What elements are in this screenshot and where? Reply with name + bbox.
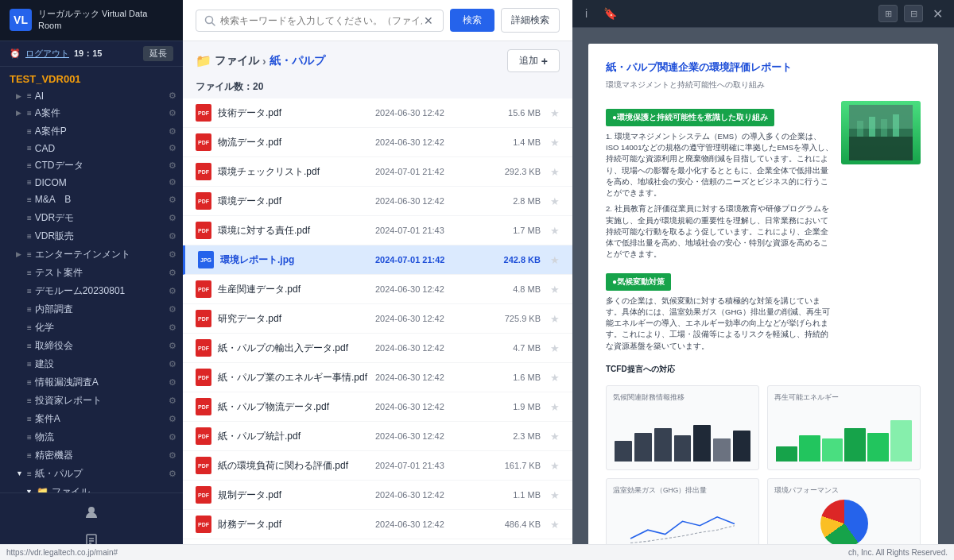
- file-date: 2024-06-30 12:42: [375, 431, 479, 441]
- file-list-item[interactable]: PDF 生産関連データ.pdf 2024-06-30 12:42 4.8 MB …: [183, 275, 572, 304]
- file-star-icon[interactable]: ★: [550, 342, 560, 354]
- gear-icon[interactable]: ⚙: [169, 414, 176, 424]
- advanced-search-button[interactable]: 詳細検索: [501, 8, 560, 33]
- file-area: 📁 ファイル › 紙・パルプ 追加 + ファイル数：20 PDF 技術データ.p…: [183, 41, 572, 560]
- search-button[interactable]: 検索: [450, 9, 494, 32]
- sidebar-user-icon[interactable]: [0, 500, 183, 525]
- gear-icon[interactable]: ⚙: [169, 91, 176, 101]
- gear-icon[interactable]: ⚙: [169, 286, 176, 296]
- sidebar-item-shareholders[interactable]: ▶ ≡ 取締役会 ⚙: [0, 337, 183, 355]
- preview-window-button-2[interactable]: ⊟: [904, 5, 923, 22]
- file-list-item[interactable]: PDF 環境に対する責任.pdf 2024-07-01 21:43 1.7 MB…: [183, 216, 572, 245]
- file-star-icon[interactable]: ★: [550, 372, 560, 384]
- sidebar-item-construction[interactable]: ▶ ≡ 建設 ⚙: [0, 355, 183, 373]
- file-star-icon[interactable]: ★: [550, 225, 560, 237]
- file-list-item[interactable]: PDF 環境チェックリスト.pdf 2024-07-01 21:42 292.3…: [183, 157, 572, 187]
- gear-icon[interactable]: ⚙: [169, 432, 176, 442]
- file-list-item[interactable]: PDF 紙・パルプの輸出入データ.pdf 2024-06-30 12:42 4.…: [183, 334, 572, 363]
- breadcrumb-bar: 📁 ファイル › 紙・パルプ 追加 +: [183, 41, 572, 77]
- file-list-item[interactable]: PDF 紙・パルプ業のエネルギー事情.pdf 2024-06-30 12:42 …: [183, 363, 572, 392]
- sidebar-item-precision[interactable]: ▶ ≡ 精密機器 ⚙: [0, 446, 183, 465]
- sidebar-item-cad[interactable]: ▶ ≡ CAD ⚙: [0, 141, 183, 156]
- preview-bookmark-button[interactable]: 🔖: [599, 5, 622, 22]
- gear-icon[interactable]: ⚙: [169, 108, 176, 118]
- file-star-icon[interactable]: ★: [550, 107, 560, 119]
- sidebar-item-dicom[interactable]: ▶ ≡ DICOM ⚙: [0, 175, 183, 191]
- file-star-icon[interactable]: ★: [550, 166, 560, 178]
- gear-icon[interactable]: ⚙: [169, 231, 176, 241]
- logout-link[interactable]: ログアウト: [25, 48, 69, 60]
- list-icon: ≡: [27, 287, 32, 295]
- file-list-item[interactable]: PDF 紙の環境負荷に関わる評価.pdf 2024-07-01 21:43 16…: [183, 451, 572, 481]
- search-clear-button[interactable]: ✕: [422, 14, 435, 27]
- sidebar-item-paper-pulp[interactable]: ▼ ≡ 紙・パルプ ⚙: [0, 465, 183, 483]
- file-list-item[interactable]: JPG 環境レポート.jpg 2024-07-01 21:42 242.8 KB…: [183, 245, 572, 275]
- file-list-item[interactable]: PDF 物流データ.pdf 2024-06-30 12:42 1.4 MB ★: [183, 128, 572, 157]
- file-star-icon[interactable]: ★: [550, 313, 560, 325]
- sidebar-item-internal-survey[interactable]: ▶ ≡ 内部調査 ⚙: [0, 300, 183, 319]
- file-star-icon[interactable]: ★: [550, 137, 560, 149]
- file-list-item[interactable]: PDF 研究データ.pdf 2024-06-30 12:42 725.9 KB …: [183, 304, 572, 334]
- sidebar-item-entertainment[interactable]: ▶ ≡ エンターテインメント ⚙: [0, 245, 183, 264]
- file-star-icon[interactable]: ★: [550, 489, 560, 501]
- file-star-icon[interactable]: ★: [550, 519, 560, 531]
- breadcrumb-root[interactable]: ファイル: [215, 54, 259, 68]
- gear-icon[interactable]: ⚙: [169, 213, 176, 223]
- file-star-icon[interactable]: ★: [550, 431, 560, 442]
- file-list-item[interactable]: PDF 紙・パルプ統計.pdf 2024-06-30 12:42 2.3 MB …: [183, 422, 572, 451]
- gear-icon[interactable]: ⚙: [169, 268, 176, 278]
- sidebar-item-test-case[interactable]: ▶ ≡ テスト案件 ⚙: [0, 264, 183, 282]
- file-size: 1.6 MB: [485, 373, 541, 382]
- sidebar-item-ai[interactable]: ▶ ≡ AI ⚙: [0, 88, 183, 104]
- sidebar-item-chemistry[interactable]: ▶ ≡ 化学 ⚙: [0, 319, 183, 337]
- preview-window-button-1[interactable]: ⊞: [878, 5, 898, 22]
- gear-icon[interactable]: ⚙: [169, 126, 176, 137]
- add-button[interactable]: 追加 +: [507, 49, 560, 72]
- sidebar-item-logistics[interactable]: ▶ ≡ 物流 ⚙: [0, 428, 183, 446]
- search-input[interactable]: [220, 15, 422, 26]
- sidebar-item-investor-report[interactable]: ▶ ≡ 投資家レポート ⚙: [0, 392, 183, 410]
- gear-icon[interactable]: ⚙: [169, 322, 176, 333]
- file-type-icon: PDF: [196, 310, 211, 327]
- gear-icon[interactable]: ⚙: [169, 450, 176, 461]
- file-size: 725.9 KB: [485, 314, 541, 323]
- gear-icon[interactable]: ⚙: [169, 341, 176, 351]
- file-list-item[interactable]: PDF 技術データ.pdf 2024-06-30 12:42 15.6 MB ★: [183, 98, 572, 128]
- sidebar-item-case-a[interactable]: ▶ ≡ 案件A ⚙: [0, 410, 183, 428]
- file-date: 2024-06-30 12:42: [375, 137, 479, 147]
- sidebar-item-label: M&A B: [35, 193, 165, 207]
- preview-content[interactable]: 紙・パルプ関連企業の環境評価レポート 環境マネジメントと持続可能性への取り組み …: [572, 28, 954, 560]
- file-star-icon[interactable]: ★: [550, 284, 560, 295]
- file-list-item[interactable]: PDF 紙・パルプ物流データ.pdf 2024-06-30 12:42 1.9 …: [183, 392, 572, 422]
- gear-icon[interactable]: ⚙: [169, 195, 176, 205]
- sidebar-item-info-leak[interactable]: ▶ ≡ 情報漏洩調査A ⚙: [0, 373, 183, 392]
- preview-close-button[interactable]: ✕: [929, 6, 946, 21]
- gear-icon[interactable]: ⚙: [169, 469, 176, 479]
- file-list-item[interactable]: PDF 財務データ.pdf 2024-06-30 12:42 486.4 KB …: [183, 510, 572, 539]
- gear-icon[interactable]: ⚙: [169, 396, 176, 406]
- gear-icon[interactable]: ⚙: [169, 143, 176, 153]
- sidebar-item-ma-b[interactable]: ▶ ≡ M&A B ⚙: [0, 191, 183, 209]
- file-star-icon[interactable]: ★: [550, 195, 560, 207]
- sidebar-item-files-folder[interactable]: ▼ 📁 ファイル: [0, 483, 183, 492]
- preview-info-button[interactable]: i: [580, 5, 592, 22]
- sidebar-item-ctd[interactable]: ▶ ≡ CTDデータ ⚙: [0, 156, 183, 175]
- sidebar-item-vdr-demo[interactable]: ▶ ≡ VDRデモ ⚙: [0, 209, 183, 227]
- gear-icon[interactable]: ⚙: [169, 304, 176, 315]
- extend-session-button[interactable]: 延長: [143, 46, 173, 61]
- gear-icon[interactable]: ⚙: [169, 377, 176, 388]
- sidebar-item-a-case-p[interactable]: ▶ ≡ A案件P ⚙: [0, 122, 183, 141]
- gear-icon[interactable]: ⚙: [169, 359, 176, 369]
- file-list-item[interactable]: PDF 環境データ.pdf 2024-06-30 12:42 2.8 MB ★: [183, 187, 572, 216]
- sidebar-item-a-case[interactable]: ▶ ≡ A案件 ⚙: [0, 104, 183, 122]
- file-star-icon[interactable]: ★: [550, 401, 560, 413]
- search-input-wrap[interactable]: ✕: [196, 10, 444, 32]
- gear-icon[interactable]: ⚙: [169, 177, 176, 187]
- sidebar-item-demo-room[interactable]: ▶ ≡ デモルーム20230801 ⚙: [0, 282, 183, 300]
- gear-icon[interactable]: ⚙: [169, 160, 176, 171]
- gear-icon[interactable]: ⚙: [169, 249, 176, 260]
- file-star-icon[interactable]: ★: [550, 460, 560, 472]
- file-star-icon[interactable]: ★: [550, 254, 560, 266]
- file-list-item[interactable]: PDF 規制データ.pdf 2024-06-30 12:42 1.1 MB ★: [183, 481, 572, 510]
- sidebar-item-vdr-sales[interactable]: ▶ ≡ VDR販売 ⚙: [0, 227, 183, 245]
